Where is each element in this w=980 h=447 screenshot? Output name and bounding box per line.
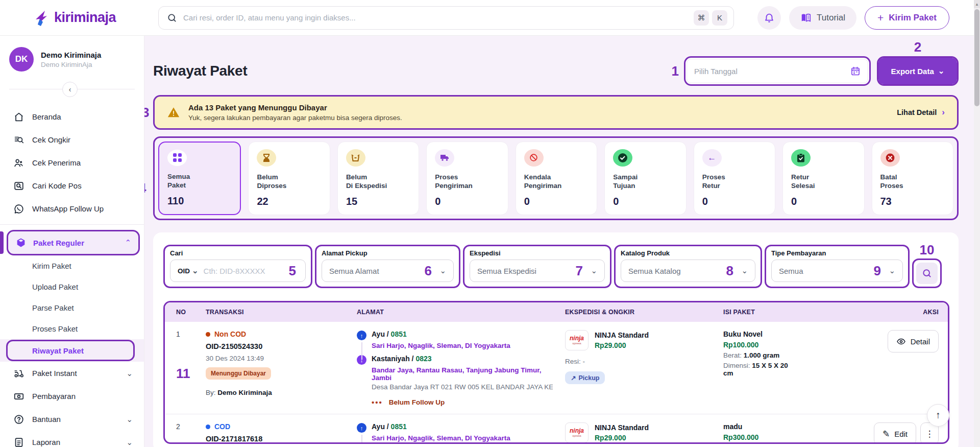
zipcode-search-icon: [13, 180, 24, 192]
annotation-7: 7: [576, 264, 583, 277]
export-data-label: Export Data: [891, 67, 934, 76]
follow-up-status[interactable]: ••• Belum Follow Up: [357, 398, 553, 407]
scrollbar-thumb[interactable]: [974, 9, 979, 106]
sidebar-item-beranda[interactable]: Beranda: [0, 105, 144, 128]
item-name: madu: [723, 422, 872, 431]
clipboard-check-icon: [791, 149, 811, 167]
page-title: Riwayat Paket: [153, 63, 672, 79]
courier-logo: ninja xpress: [565, 422, 589, 443]
users-icon: [13, 157, 24, 169]
status-card-sampai-tujuan[interactable]: SampaiTujuan 0: [604, 142, 686, 215]
search-order-field[interactable]: OID ⌄ 5: [170, 260, 306, 282]
payment-type: COD: [206, 422, 357, 431]
open-box-icon: [346, 149, 365, 167]
status-card-proses-pengiriman[interactable]: ProsesPengiriman 0: [426, 142, 508, 215]
sidebar-item-pembayaran[interactable]: Pembayaran: [0, 385, 144, 408]
sidebar-item-label: Parse Paket: [32, 303, 74, 312]
status-card-label: BelumDi Ekspedisi: [346, 173, 410, 191]
packages-table: NO TRANSAKSI ALAMAT EKSPEDISI & ONGKIR I…: [163, 301, 949, 444]
alamat-pickup-select[interactable]: Semua Alamat 6 ⌄: [322, 260, 454, 282]
ekspedisi-select[interactable]: Semua Ekspedisi 7 ⌄: [470, 260, 605, 282]
status-card-label: SampaiTujuan: [613, 173, 677, 191]
user-profile[interactable]: DK Demo Kiriminaja Demo KiriminAja: [0, 36, 144, 72]
global-search[interactable]: ⌘ K: [158, 6, 734, 30]
apply-search-button[interactable]: [916, 263, 938, 284]
status-card-value: 0: [702, 196, 767, 207]
page-scrollbar[interactable]: ▲: [974, 0, 980, 447]
item-price: Rp100.000: [723, 341, 872, 349]
col-isi-paket: ISI PAKET: [723, 309, 872, 316]
sidebar-item-proses-paket[interactable]: Proses Paket: [0, 318, 144, 339]
filter-search: 10: [912, 258, 942, 288]
top-header: kiriminaja ⌘ K Tutorial + Kirim Paket: [0, 0, 974, 36]
shortcut-cmd-key: ⌘: [694, 10, 709, 26]
sidebar-collapse-button[interactable]: ‹: [62, 82, 78, 97]
status-card-value: 0: [435, 196, 499, 207]
lihat-detail-link[interactable]: Lihat Detail ›: [897, 107, 945, 117]
notifications-button[interactable]: [757, 6, 781, 30]
status-card-retur-selesai[interactable]: ReturSelesai 0: [782, 142, 864, 215]
app-logo[interactable]: kiriminaja: [33, 9, 135, 27]
sidebar-item-cek-ongkir[interactable]: Cek Ongkir: [0, 128, 144, 151]
status-card-batal-proses[interactable]: BatalProses 73: [872, 142, 953, 215]
scroll-to-top-button[interactable]: ↑: [927, 404, 949, 427]
status-card-semua-paket[interactable]: SemuaPaket 110: [158, 142, 241, 215]
user-name: Demo Kiriminaja: [41, 51, 101, 59]
katalog-select[interactable]: Semua Katalog 8 ⌄: [621, 260, 755, 282]
chevron-down-icon: ⌄: [126, 438, 133, 447]
sidebar-item-cari-kode-pos[interactable]: Cari Kode Pos: [0, 174, 144, 197]
sidebar-item-riwayat-paket[interactable]: Riwayat Paket: [0, 339, 144, 362]
chevron-down-icon: ⌄: [938, 66, 945, 76]
status-card-proses-retur[interactable]: ← ProsesRetur 0: [694, 142, 775, 215]
filter-label: Tipe Pembayaran: [771, 249, 903, 257]
sidebar-item-parse-paket[interactable]: Parse Paket: [0, 297, 144, 318]
order-id-input[interactable]: [204, 267, 280, 275]
status-card-value: 15: [346, 196, 410, 207]
filter-label: Alamat Pickup: [322, 249, 454, 257]
tipe-pembayaran-select[interactable]: Semua 9 ⌄: [771, 260, 903, 282]
x-circle-icon: [880, 149, 900, 167]
kirim-paket-button[interactable]: + Kirim Paket: [865, 6, 949, 30]
logo-text: kiriminaja: [54, 10, 116, 26]
export-data-button[interactable]: Export Data ⌄: [878, 58, 957, 84]
item-dimension: Dimensi: 15 X 5 X 20cm: [723, 362, 872, 377]
sidebar-item-kirim-paket[interactable]: Kirim Paket: [0, 255, 144, 276]
chevron-down-icon: ⌄: [126, 369, 133, 378]
user-subtitle: Demo KiriminAja: [41, 61, 101, 68]
date-range-picker[interactable]: Pilih Tanggal: [687, 59, 868, 83]
sidebar-item-laporan[interactable]: Laporan ⌄: [0, 431, 144, 447]
sidebar-item-cek-penerima[interactable]: Cek Penerima: [0, 151, 144, 174]
sidebar-item-paket-reguler[interactable]: Paket Reguler ⌃: [7, 230, 140, 255]
detail-button[interactable]: Detail: [888, 330, 939, 352]
sidebar-item-bantuan[interactable]: Bantuan ⌄: [0, 408, 144, 431]
tutorial-button[interactable]: Tutorial: [789, 6, 856, 30]
sidebar-item-whatsapp-follow-up[interactable]: WhatsApp Follow Up: [0, 197, 144, 220]
col-alamat: ALAMAT: [357, 309, 565, 316]
item-name: Buku Novel: [723, 330, 872, 338]
main-content: Riwayat Paket 1 Pilih Tanggal 2 Export D…: [144, 36, 974, 447]
status-card-belum-di-ekspedisi[interactable]: BelumDi Ekspedisi 15: [337, 142, 419, 215]
payment-type: Non COD: [206, 330, 357, 338]
sidebar-item-paket-instant[interactable]: Paket Instant ⌄: [0, 362, 144, 385]
logo-arrow-icon: [33, 9, 50, 27]
whatsapp-icon: [13, 203, 24, 215]
status-card-kendala-pengiriman[interactable]: KendalaPengiriman 0: [516, 142, 597, 215]
search-input[interactable]: [183, 13, 691, 22]
status-card-value: 0: [524, 196, 589, 207]
payment-dot: [206, 332, 210, 337]
table-header-row: NO TRANSAKSI ALAMAT EKSPEDISI & ONGKIR I…: [165, 302, 948, 322]
packages-panel: Cari OID ⌄ 5 Alamat Pickup Semua Alamat …: [153, 232, 959, 447]
status-card-belum-diproses[interactable]: BelumDiproses 22: [248, 142, 330, 215]
scrollbar-up-arrow[interactable]: ▲: [974, 0, 980, 8]
arrow-up-icon: ↑: [936, 410, 941, 421]
order-date: 30 Des 2024 13:49: [206, 355, 357, 362]
status-card-value: 0: [613, 196, 677, 207]
detail-label: Detail: [911, 337, 930, 346]
edit-button[interactable]: ✎ Edit: [874, 422, 916, 444]
table-row: 2 COD OID-2171817618 30 Des 2024 11:00 ↑…: [165, 414, 948, 444]
status-card-label: ProsesPengiriman: [435, 173, 499, 191]
sidebar-item-upload-paket[interactable]: Upload Paket: [0, 276, 144, 297]
status-card-value: 73: [880, 196, 945, 207]
search-type-dropdown[interactable]: OID ⌄: [178, 266, 199, 275]
courier-service: NINJA Standard: [595, 331, 649, 339]
